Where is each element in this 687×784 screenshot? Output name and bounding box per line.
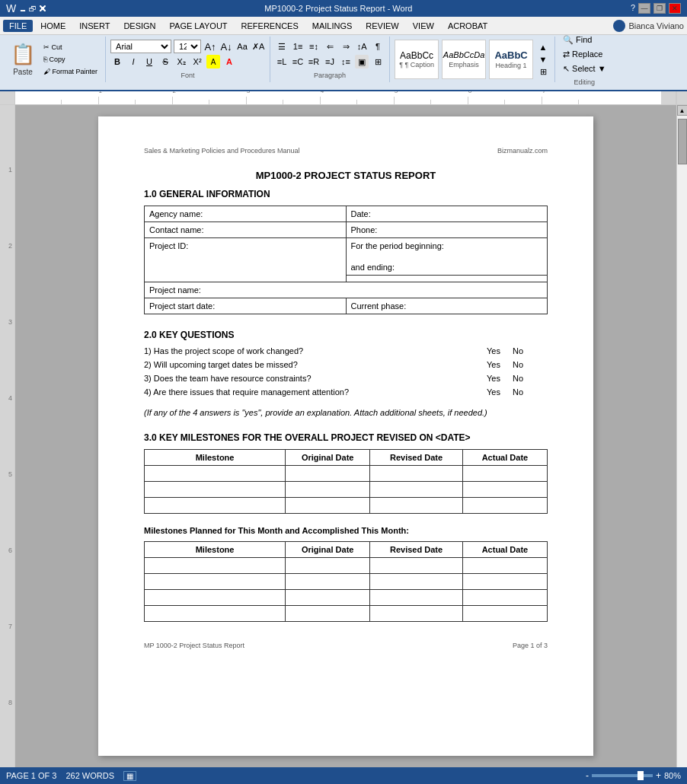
scroll-thumb[interactable] bbox=[678, 119, 687, 164]
subscript-button[interactable]: X₂ bbox=[174, 55, 188, 69]
menu-item-file[interactable]: FILE bbox=[3, 20, 33, 32]
menu-item-home[interactable]: HOME bbox=[34, 20, 72, 32]
paste-button[interactable]: 📋 Paste bbox=[8, 38, 38, 81]
line-spacing-button[interactable]: ↕≡ bbox=[339, 55, 353, 69]
style-item-emphasis[interactable]: AaBbCcDa Emphasis bbox=[442, 40, 486, 79]
user-name: Bianca Viviano bbox=[613, 20, 684, 32]
show-formatting-button[interactable]: ¶ bbox=[371, 40, 385, 53]
col-milestone-1: Milestone bbox=[145, 450, 286, 466]
menu-bar: FILE HOME INSERT DESIGN PAGE LAYOUT REFE… bbox=[0, 17, 687, 35]
font-size-select[interactable]: 12 bbox=[174, 40, 201, 53]
agency-name-cell[interactable]: Agency name: bbox=[145, 206, 347, 222]
project-id-cell[interactable]: Project ID: bbox=[145, 238, 347, 282]
justify-button[interactable]: ≡J bbox=[323, 55, 337, 69]
title-bar-controls: ? — ❐ ✕ bbox=[631, 3, 681, 14]
page-footer: MP 1000-2 Project Status Report Page 1 o… bbox=[144, 637, 548, 649]
increase-indent-button[interactable]: ⇒ bbox=[339, 40, 353, 53]
menu-item-page-layout[interactable]: PAGE LAYOUT bbox=[164, 20, 234, 32]
bullets-button[interactable]: ☰ bbox=[275, 40, 289, 53]
align-right-button[interactable]: ≡R bbox=[307, 55, 321, 69]
question-row-1: 1) Has the project scope of work changed… bbox=[144, 346, 548, 355]
style-emphasis-label: Emphasis bbox=[449, 61, 479, 69]
menu-item-insert[interactable]: INSERT bbox=[73, 20, 116, 32]
page-count: PAGE 1 OF 3 bbox=[6, 771, 56, 772]
zoom-out-button[interactable]: - bbox=[586, 770, 589, 772]
empty-cell[interactable] bbox=[346, 276, 548, 282]
align-left-button[interactable]: ≡L bbox=[275, 55, 289, 69]
ruler-left-margin bbox=[0, 91, 15, 104]
select-button[interactable]: ↖ Select ▼ bbox=[560, 62, 609, 75]
underline-button[interactable]: U bbox=[142, 55, 156, 69]
menu-item-design[interactable]: DESIGN bbox=[117, 20, 161, 32]
borders-button[interactable]: ⊞ bbox=[371, 55, 385, 69]
italic-button[interactable]: I bbox=[126, 55, 140, 69]
scroll-up-button[interactable]: ▲ bbox=[677, 105, 688, 116]
help-icon[interactable]: ? bbox=[631, 3, 635, 14]
table-row: Project start date: Current phase: bbox=[145, 298, 548, 314]
sort-button[interactable]: ↕A bbox=[355, 40, 369, 53]
change-case-button[interactable]: Aa bbox=[235, 40, 249, 53]
menu-item-view[interactable]: VIEW bbox=[407, 20, 440, 32]
page-area[interactable]: Sales & Marketing Policies and Procedure… bbox=[15, 105, 676, 772]
current-phase-cell[interactable]: Current phase: bbox=[346, 298, 548, 314]
copy-icon: ⎘ bbox=[43, 56, 47, 63]
scissors-icon: ✂ bbox=[43, 43, 50, 51]
col-orig-date-1: Original Date bbox=[286, 450, 370, 466]
styles-expand-button[interactable]: ⊞ bbox=[536, 65, 550, 78]
paragraph-group-label: Paragraph bbox=[275, 72, 385, 79]
table-row bbox=[145, 606, 548, 622]
shading-button[interactable]: ▣ bbox=[355, 55, 369, 69]
font-grow-button[interactable]: A↑ bbox=[203, 40, 217, 53]
phone-cell[interactable]: Phone: bbox=[346, 222, 548, 238]
text-highlight-button[interactable]: A bbox=[206, 55, 220, 69]
menu-item-mailings[interactable]: MAILINGS bbox=[306, 20, 359, 32]
project-name-cell[interactable]: Project name: bbox=[145, 282, 548, 298]
document-page: Sales & Marketing Policies and Procedure… bbox=[98, 116, 593, 756]
styles-scroll-down-button[interactable]: ▼ bbox=[536, 53, 550, 65]
font-color-button[interactable]: A bbox=[222, 55, 236, 69]
styles-scroll-up-button[interactable]: ▲ bbox=[536, 41, 550, 53]
font-group-label: Font bbox=[110, 72, 265, 79]
minimize-button[interactable]: — bbox=[638, 3, 650, 14]
clear-format-button[interactable]: ✗A bbox=[251, 40, 265, 53]
table-row bbox=[145, 498, 548, 514]
restore-button[interactable]: ❐ bbox=[653, 3, 666, 14]
multilevel-list-button[interactable]: ≡↕ bbox=[307, 40, 321, 53]
align-center-button[interactable]: ≡C bbox=[291, 55, 305, 69]
paragraph-group: ☰ 1≡ ≡↕ ⇐ ⇒ ↕A ¶ ≡L ≡C ≡R ≡J ↕≡ ▣ ⊞ Para… bbox=[270, 37, 390, 82]
strikethrough-button[interactable]: S bbox=[158, 55, 172, 69]
cut-button[interactable]: ✂ Cut bbox=[40, 42, 101, 53]
styles-group: AaBbCc ¶ ¶ Caption AaBbCcDa Emphasis AaB… bbox=[390, 37, 555, 82]
style-item-normal[interactable]: AaBbCc ¶ ¶ Caption bbox=[395, 40, 439, 79]
menu-item-acrobat[interactable]: ACROBAT bbox=[442, 20, 494, 32]
zoom-thumb[interactable] bbox=[637, 771, 644, 772]
col-actual-date-2: Actual Date bbox=[462, 542, 547, 558]
close-button[interactable]: ✕ bbox=[669, 3, 681, 14]
period-cell[interactable]: For the period beginning: and ending: bbox=[346, 238, 548, 276]
bold-button[interactable]: B bbox=[110, 55, 124, 69]
contact-name-cell[interactable]: Contact name: bbox=[145, 222, 347, 238]
decrease-indent-button[interactable]: ⇐ bbox=[323, 40, 337, 53]
format-painter-button[interactable]: 🖌 Format Painter bbox=[40, 66, 101, 77]
milestone-table-2: Milestone Original Date Revised Date Act… bbox=[144, 541, 548, 622]
zoom-in-button[interactable]: + bbox=[656, 770, 661, 772]
editing-group-label: Editing bbox=[560, 78, 609, 86]
find-button[interactable]: 🔍 Find bbox=[560, 33, 609, 46]
section1-heading: 1.0 GENERAL INFORMATION bbox=[144, 189, 548, 199]
font-name-select[interactable]: Arial bbox=[110, 40, 171, 53]
replace-button[interactable]: ⇄ Replace bbox=[560, 48, 609, 61]
style-item-heading1[interactable]: AaBbC Heading 1 bbox=[489, 40, 533, 79]
numbering-button[interactable]: 1≡ bbox=[291, 40, 305, 53]
scroll-bar[interactable]: ▲ bbox=[676, 105, 687, 772]
menu-item-review[interactable]: REVIEW bbox=[359, 20, 404, 32]
font-shrink-button[interactable]: A↓ bbox=[219, 40, 233, 53]
table-row: Agency name: Date: bbox=[145, 206, 548, 222]
layout-icon[interactable]: ▦ bbox=[123, 771, 136, 773]
menu-item-references[interactable]: REFERENCES bbox=[235, 20, 305, 32]
date-cell[interactable]: Date: bbox=[346, 206, 548, 222]
project-start-cell[interactable]: Project start date: bbox=[145, 298, 347, 314]
superscript-button[interactable]: X² bbox=[190, 55, 204, 69]
table-header-row: Milestone Original Date Revised Date Act… bbox=[145, 450, 548, 466]
zoom-control[interactable]: - + 80% bbox=[586, 770, 681, 772]
copy-button[interactable]: ⎘ Copy bbox=[40, 54, 101, 65]
